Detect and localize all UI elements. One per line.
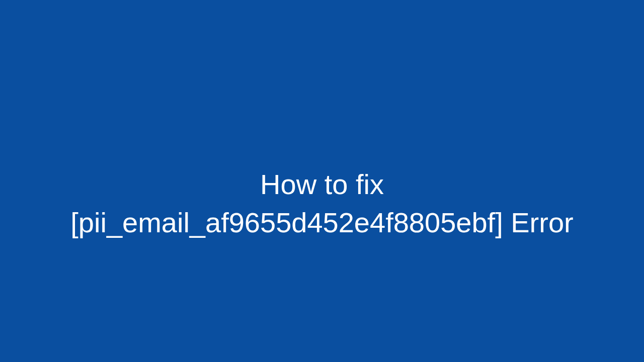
title-line-1: How to fix	[70, 165, 573, 204]
title-heading: How to fix [pii_email_af9655d452e4f8805e…	[60, 165, 583, 241]
title-line-2: [pii_email_af9655d452e4f8805ebf] Error	[70, 204, 573, 242]
